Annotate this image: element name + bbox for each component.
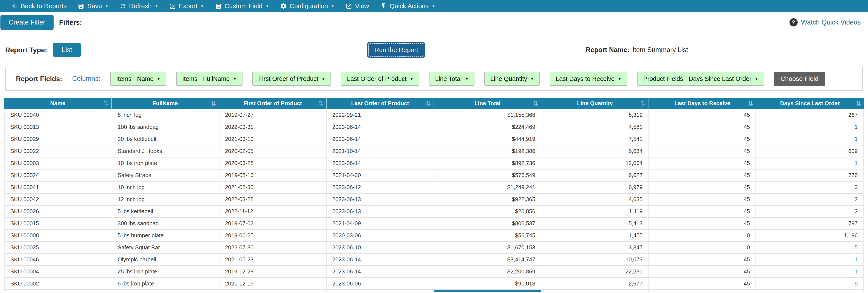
sort-icon[interactable]: ⇅: [856, 100, 861, 107]
create-filter-button[interactable]: Create Filter: [0, 14, 54, 30]
partial-row-cell: [5, 290, 112, 292]
partial-row-cell: [756, 290, 863, 292]
cell-days-since-last-order: 1: [756, 266, 863, 277]
cell-line-total: $1,670,153: [434, 242, 541, 253]
nav-item-refresh[interactable]: Refresh▼: [120, 2, 158, 10]
nav-item-view[interactable]: View: [346, 2, 369, 10]
cell-first-order-of-product: 2019-12-28: [219, 266, 327, 277]
cell-line-total: $922,365: [434, 194, 541, 205]
table-row: SKU 0004212 inch log2022-03-282023-06-13…: [5, 194, 863, 206]
sort-icon[interactable]: ⇅: [426, 100, 431, 107]
field-button-items-name[interactable]: Items - Name▼: [110, 72, 166, 86]
nav-item-export[interactable]: Export▼: [169, 2, 204, 10]
table-row: SKU 000265 lbs kettlebell2022-11-122023-…: [5, 206, 863, 218]
report-type-list-button[interactable]: List: [53, 43, 81, 57]
back-arrow-icon: [11, 3, 18, 9]
cell-last-days-to-receive: 0: [649, 242, 756, 253]
column-header-line-quantity[interactable]: Line Quantity⇅: [541, 98, 649, 109]
table-row: SKU 00046Olympic barbell2021-05-232023-0…: [5, 254, 863, 266]
cell-last-order-of-product: 2023-06-14: [327, 254, 434, 265]
column-header-label: Days Since Last Order: [780, 100, 840, 107]
partial-row-cell: [327, 290, 434, 292]
field-button-line-total[interactable]: Line Total▼: [429, 72, 474, 86]
table-row: SKU 00025Safety Squat Bar2022-07-302023-…: [5, 242, 863, 254]
cell-line-total: $3,414,747: [434, 254, 541, 265]
column-header-last-order-of-product[interactable]: Last Order of Product⇅: [327, 98, 434, 109]
cell-days-since-last-order: 2: [756, 206, 863, 217]
cell-last-order-of-product: 2020-03-06: [327, 230, 434, 241]
cell-last-order-of-product: 2023-06-13: [327, 194, 434, 205]
cell-days-since-last-order: 5: [756, 242, 863, 253]
table-row: SKU 00022Standard J Hooks2020-02-052021-…: [5, 145, 863, 158]
cell-line-quantity: 1,119: [541, 206, 649, 217]
sort-icon[interactable]: ⇅: [748, 100, 753, 107]
sort-icon[interactable]: ⇅: [318, 100, 323, 107]
field-button-label: Line Quantity: [490, 75, 527, 83]
cell-fullname: 10 inch log: [112, 182, 219, 193]
cell-first-order-of-product: 2022-03-31: [219, 121, 327, 133]
cell-first-order-of-product: 2020-02-05: [219, 145, 327, 157]
field-button-first-order-of-product[interactable]: First Order of Product▼: [252, 72, 331, 86]
cell-line-total: $26,856: [434, 206, 541, 217]
nav-item-quick-actions[interactable]: Quick Actions▼: [380, 2, 435, 10]
chevron-down-icon: ▼: [531, 77, 534, 80]
watch-quick-videos-label[interactable]: Watch Quick Videos: [801, 19, 861, 26]
filters-label: Filters:: [59, 19, 82, 27]
cell-last-days-to-receive: 45: [649, 278, 756, 289]
table-row: SKU 00015300 lbs sandbag2019-07-022021-0…: [5, 218, 863, 230]
cell-last-order-of-product: 2023-06-12: [327, 182, 434, 193]
cell-line-quantity: 22,231: [541, 266, 649, 277]
field-button-items-fullname[interactable]: Items - FullName▼: [176, 72, 243, 86]
save-icon: [78, 3, 84, 9]
columns-link[interactable]: Columns:: [72, 75, 100, 83]
nav-item-save[interactable]: Save▼: [78, 2, 108, 10]
cell-last-days-to-receive: 45: [649, 194, 756, 205]
refresh-icon: [120, 3, 126, 9]
field-button-label: Items - FullName: [182, 75, 230, 83]
column-header-last-days-to-receive[interactable]: Last Days to Receive⇅: [649, 98, 756, 109]
chevron-down-icon: ▼: [618, 77, 621, 80]
sort-icon[interactable]: ⇅: [103, 100, 108, 107]
column-header-name[interactable]: Name⇅: [4, 98, 112, 109]
nav-item-label: Export: [179, 2, 197, 10]
sort-icon[interactable]: ⇅: [211, 100, 216, 107]
sort-icon[interactable]: ⇅: [640, 100, 646, 107]
sort-icon[interactable]: ⇅: [533, 100, 538, 107]
column-header-fullname[interactable]: FullName⇅: [112, 98, 219, 109]
cell-first-order-of-product: 2021-03-10: [219, 133, 327, 145]
cell-line-total: $2,200,869: [434, 266, 541, 277]
cell-line-quantity: 4,581: [541, 121, 649, 133]
nav-item-configuration[interactable]: Configuration▼: [280, 2, 334, 10]
cell-line-total: $1,155,368: [434, 109, 541, 121]
field-button-line-quantity[interactable]: Line Quantity▼: [484, 72, 540, 86]
nav-item-back-to-reports[interactable]: Back to Reports: [11, 2, 66, 10]
column-header-line-total[interactable]: Line Total⇅: [434, 98, 541, 109]
cell-days-since-last-order: 2: [756, 194, 863, 205]
field-button-last-order-of-product[interactable]: Last Order of Product▼: [341, 72, 419, 86]
cell-last-order-of-product: 2023-06-13: [327, 206, 434, 217]
cell-first-order-of-product: 2022-03-28: [219, 194, 327, 205]
calculator-icon: [215, 3, 222, 9]
cell-line-quantity: 1,455: [541, 230, 649, 241]
chevron-down-icon: ▼: [322, 77, 325, 80]
column-header-days-since-last-order[interactable]: Days Since Last Order⇅: [756, 98, 864, 109]
choose-field-button[interactable]: Choose Field: [774, 72, 825, 86]
cell-name: SKU 00003: [5, 158, 112, 169]
cell-last-order-of-product: 2023-06-14: [327, 158, 434, 169]
field-button-product-fields-days-since-last-order[interactable]: Product Fields - Days Since Last Order▼: [637, 72, 764, 86]
column-header-first-order-of-product[interactable]: First Order of Product⇅: [219, 98, 327, 109]
cell-first-order-of-product: 2019-08-16: [219, 169, 327, 181]
cell-days-since-last-order: 776: [756, 169, 863, 181]
cell-line-quantity: 6,634: [541, 145, 649, 157]
field-button-last-days-to-receive[interactable]: Last Days to Receive▼: [550, 72, 627, 86]
chevron-down-icon: ▼: [157, 77, 160, 80]
nav-item-custom-field[interactable]: Custom Field▼: [215, 2, 269, 10]
column-header-label: Last Order of Product: [351, 100, 409, 107]
watch-quick-videos-link[interactable]: ? Watch Quick Videos: [789, 18, 861, 27]
table-row: SKU 0004110 inch log2021-08-302023-06-12…: [5, 182, 863, 194]
cell-first-order-of-product: 2019-06-25: [219, 230, 327, 241]
cell-last-days-to-receive: 45: [649, 133, 756, 145]
table-row: SKU 000025 lbs iron plate2021-12-192023-…: [5, 278, 863, 290]
run-report-button[interactable]: Run the Report: [367, 42, 425, 58]
column-header-label: Last Days to Receive: [674, 100, 730, 107]
